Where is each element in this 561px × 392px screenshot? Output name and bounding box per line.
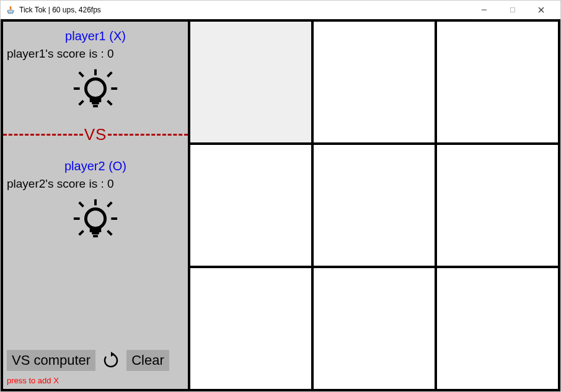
svg-line-23: [108, 203, 112, 207]
maximize-button[interactable]: [498, 1, 527, 19]
dash-right: [108, 134, 188, 136]
svg-line-25: [108, 231, 112, 235]
svg-point-1: [8, 12, 13, 14]
vs-label: VS: [83, 125, 108, 144]
player2-block: player2 (O) player2's score is : 0: [3, 157, 188, 250]
hint-text: press to add X: [3, 373, 188, 389]
svg-rect-3: [511, 7, 515, 12]
java-icon: [6, 5, 15, 15]
svg-line-24: [79, 231, 84, 235]
svg-line-22: [79, 203, 84, 207]
grid-cell-4[interactable]: [314, 145, 435, 266]
vs-computer-button[interactable]: VS computer: [7, 350, 95, 371]
grid-cell-8[interactable]: [437, 268, 558, 389]
lightbulb-icon[interactable]: [71, 66, 120, 114]
bottom-controls: VS computer Clear: [3, 346, 188, 373]
sidebar: player1 (X) player1's score is : 0: [3, 22, 190, 389]
window-controls: [470, 1, 555, 19]
dash-left: [3, 134, 83, 136]
lightbulb-icon[interactable]: [71, 196, 120, 244]
player1-block: player1 (X) player1's score is : 0: [3, 27, 188, 120]
player2-score: player2's score is : 0: [3, 177, 188, 191]
svg-line-14: [79, 101, 84, 105]
minimize-button[interactable]: [470, 1, 498, 19]
player1-score: player1's score is : 0: [3, 47, 188, 61]
app-area: player1 (X) player1's score is : 0: [1, 19, 560, 391]
window-title: Tick Tok | 60 ups, 426fps: [19, 6, 101, 14]
grid-cell-2[interactable]: [437, 22, 558, 142]
player2-name: player2 (O): [3, 159, 188, 173]
clear-button[interactable]: Clear: [126, 350, 169, 371]
titlebar: Tick Tok | 60 ups, 426fps: [1, 1, 560, 19]
grid-cell-1[interactable]: [314, 22, 435, 142]
grid-cell-7[interactable]: [314, 268, 435, 389]
close-button[interactable]: [527, 1, 555, 19]
grid-cell-5[interactable]: [437, 145, 558, 266]
game-grid: [190, 22, 558, 389]
grid-cell-0[interactable]: [190, 22, 311, 142]
refresh-icon[interactable]: [102, 351, 120, 370]
player1-name: player1 (X): [3, 29, 188, 43]
grid-cell-3[interactable]: [190, 145, 311, 266]
svg-line-15: [108, 101, 112, 105]
svg-point-6: [86, 79, 105, 98]
svg-line-12: [79, 72, 84, 77]
vs-divider: VS: [3, 125, 188, 144]
svg-line-13: [108, 72, 112, 77]
app-window: Tick Tok | 60 ups, 426fps player1 (X) pl…: [0, 0, 561, 392]
grid-cell-6[interactable]: [190, 268, 311, 389]
svg-point-16: [86, 209, 105, 228]
